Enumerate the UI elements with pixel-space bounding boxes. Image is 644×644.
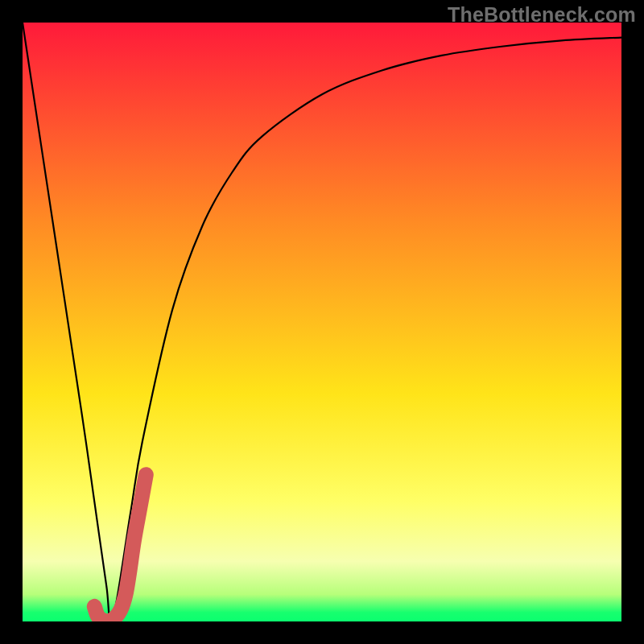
chart-plot [23,23,621,621]
chart-frame: TheBottleneck.com [0,0,644,644]
chart-background [23,23,621,621]
watermark-text: TheBottleneck.com [448,3,636,27]
